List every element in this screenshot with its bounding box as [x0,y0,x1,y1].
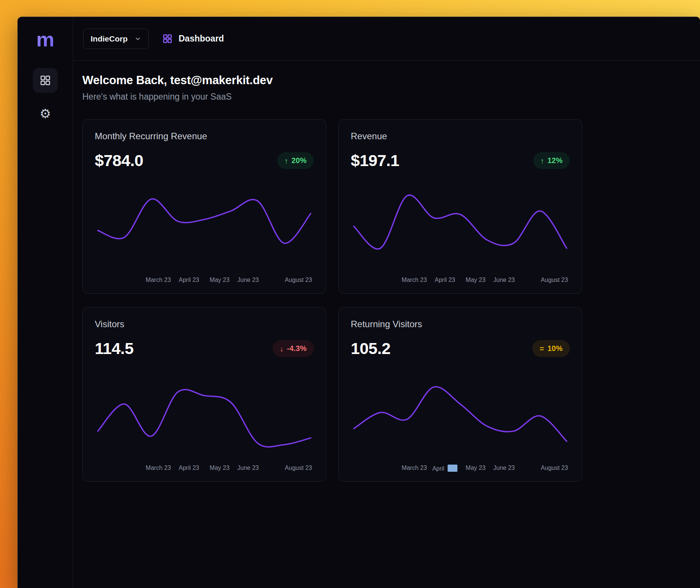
x-tick: April 23 [179,277,199,283]
x-tick: May 23 [210,465,229,471]
x-tick: June 23 [493,465,515,471]
x-tick: June 23 [237,277,259,283]
trend-badge: ↓ -4.3% [273,340,314,357]
x-tick: April [432,465,458,472]
trend-value: 20% [291,156,307,165]
gear-icon: ⚙ [40,107,51,120]
trend-badge: = 10% [532,340,570,357]
trend-badge: ↑ 20% [277,152,314,169]
x-tick: March 23 [146,465,171,471]
x-tick: May 23 [210,277,229,283]
chevron-down-icon [134,35,141,42]
page-title: Dashboard [179,34,224,44]
x-tick: June 23 [237,465,259,471]
trend-value: -4.3% [287,344,307,353]
value-row: $784.0 ↑ 20% [95,151,314,170]
card-title: Visitors [95,319,314,329]
line-chart-returning-visitors [351,368,570,460]
x-tick: May 23 [466,277,485,283]
sparkline-svg [351,368,570,460]
x-tick: April 23 [179,465,199,471]
x-tick: August 23 [285,277,312,283]
sparkline-svg [95,368,314,460]
x-tick: April 23 [435,277,455,283]
metric-value: 114.5 [95,339,134,358]
line-chart-visitors [95,368,314,460]
page-header: Dashboard [162,34,224,44]
metric-value: 105.2 [351,339,390,358]
top-header: IndieCorp Dashboard [73,17,700,61]
metric-card-returning-visitors: Returning Visitors 105.2 = 10% [338,307,582,482]
line-chart-mrr [95,180,314,272]
x-tick: March 23 [402,277,427,283]
x-axis-labels: March 23 April 23 May 23 June 23 August … [351,277,570,285]
trend-up-icon: ↑ [540,157,544,165]
text-selection-highlight [448,465,458,472]
welcome-subtitle: Here's what is happening in your SaaS [82,92,700,102]
metric-value: $784.0 [95,151,143,170]
x-tick: March 23 [402,465,427,471]
workspace-selector[interactable]: IndieCorp [83,29,149,49]
workspace-name: IndieCorp [91,34,128,43]
x-tick: March 23 [146,277,171,283]
x-axis-labels: March 23 April May 23 June 23 August 23 [351,465,570,473]
x-tick: May 23 [466,465,485,471]
trend-value: 12% [547,156,563,165]
x-tick: June 23 [493,277,515,283]
metric-card-revenue: Revenue $197.1 ↑ 12% [338,119,582,294]
metric-cards-grid: Monthly Recurring Revenue $784.0 ↑ 20% [82,119,582,482]
x-axis-labels: March 23 April 23 May 23 June 23 August … [95,465,314,473]
value-row: 105.2 = 10% [351,339,570,358]
app-window: m ⚙ IndieCorp [17,17,700,588]
welcome-title: Welcome Back, test@makerkit.dev [82,74,700,87]
value-row: 114.5 ↓ -4.3% [95,339,314,358]
x-tick: August 23 [541,277,568,283]
card-title: Revenue [351,131,570,142]
metric-value: $197.1 [351,151,399,170]
trend-value: 10% [547,344,563,353]
trend-flat-icon: = [540,345,544,352]
dashboard-grid-icon [40,75,51,86]
card-title: Monthly Recurring Revenue [95,131,314,142]
x-axis-labels: March 23 April 23 May 23 June 23 August … [95,277,314,285]
sidebar: m ⚙ [18,17,73,588]
x-tick: August 23 [285,465,312,471]
metric-card-visitors: Visitors 114.5 ↓ -4.3% [82,307,326,482]
value-row: $197.1 ↑ 12% [351,151,570,170]
desktop-wallpaper: m ⚙ IndieCorp [0,0,700,588]
trend-down-icon: ↓ [280,345,284,352]
sparkline-svg [351,180,570,272]
sidebar-item-dashboard[interactable] [33,68,58,93]
trend-up-icon: ↑ [284,157,288,165]
card-title: Returning Visitors [351,319,570,329]
dashboard-icon [162,34,173,44]
trend-badge: ↑ 12% [533,152,570,169]
x-tick-label: April [432,465,444,472]
sidebar-item-settings[interactable]: ⚙ [33,101,58,126]
metric-card-mrr: Monthly Recurring Revenue $784.0 ↑ 20% [82,119,326,294]
x-tick: August 23 [541,465,568,471]
app-logo[interactable]: m [36,28,54,51]
sparkline-svg [95,180,314,272]
content-area: IndieCorp Dashboard Welcome Ba [73,17,700,588]
dashboard-main: Welcome Back, test@makerkit.dev Here's w… [73,61,700,588]
line-chart-revenue [351,180,570,272]
